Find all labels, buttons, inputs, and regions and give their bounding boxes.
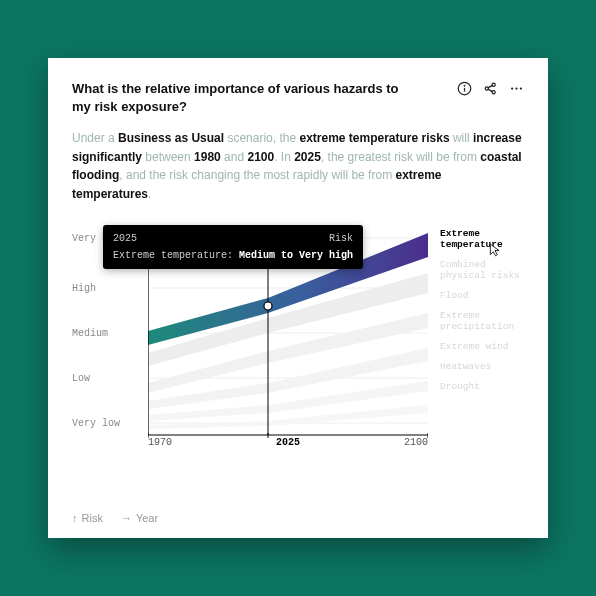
card: What is the relative importance of vario… bbox=[48, 58, 548, 538]
legend-item[interactable]: Extreme wind bbox=[440, 342, 532, 353]
desc-emph: 2100 bbox=[247, 150, 274, 164]
description: Under a Business as Usual scenario, the … bbox=[72, 129, 524, 203]
tooltip: 2025 Risk Extreme temperature: Medium to… bbox=[103, 225, 363, 269]
desc-text: , the greatest risk will be from bbox=[321, 150, 480, 164]
x-axis-hint: →Year bbox=[121, 512, 158, 524]
svg-point-8 bbox=[511, 87, 513, 89]
x-tick: 1970 bbox=[148, 437, 172, 448]
legend: Extreme temperature Combined physical ri… bbox=[440, 229, 532, 401]
x-axis-hint-label: Year bbox=[136, 512, 158, 524]
y-tick: Medium bbox=[72, 328, 108, 339]
x-axis-labels: 1970 2025 2100 bbox=[148, 437, 428, 448]
legend-item-extreme-temperature[interactable]: Extreme temperature bbox=[440, 229, 532, 251]
info-icon[interactable] bbox=[456, 80, 472, 96]
share-icon[interactable] bbox=[482, 80, 498, 96]
y-tick: Low bbox=[72, 373, 90, 384]
tooltip-measure: Risk bbox=[329, 233, 353, 244]
desc-emph: 2025 bbox=[294, 150, 321, 164]
desc-text: . bbox=[148, 187, 151, 201]
arrow-right-icon: → bbox=[121, 512, 132, 524]
desc-text: . In bbox=[274, 150, 294, 164]
svg-point-10 bbox=[519, 87, 521, 89]
page-title: What is the relative importance of vario… bbox=[72, 80, 456, 115]
desc-emph: 1980 bbox=[194, 150, 221, 164]
more-icon[interactable] bbox=[508, 80, 524, 96]
tooltip-series-label: Extreme temperature: bbox=[113, 250, 233, 261]
arrow-up-icon: ↑ bbox=[72, 512, 78, 524]
svg-line-7 bbox=[488, 89, 492, 92]
svg-point-9 bbox=[515, 87, 517, 89]
desc-emph: Business as Usual bbox=[118, 131, 224, 145]
legend-item[interactable]: Extreme precipitation bbox=[440, 311, 532, 333]
tooltip-year: 2025 bbox=[113, 233, 137, 244]
y-tick: Very low bbox=[72, 418, 120, 429]
legend-item[interactable]: Drought bbox=[440, 382, 532, 393]
plot-area[interactable]: 2025 Risk Extreme temperature: Medium to… bbox=[148, 233, 428, 433]
svg-point-22 bbox=[264, 302, 272, 310]
svg-line-6 bbox=[488, 85, 492, 88]
desc-text: Under a bbox=[72, 131, 118, 145]
y-tick: High bbox=[72, 283, 96, 294]
desc-emph: extreme temperature risks bbox=[299, 131, 449, 145]
header: What is the relative importance of vario… bbox=[72, 80, 524, 115]
legend-item[interactable]: Heatwaves bbox=[440, 362, 532, 373]
svg-point-2 bbox=[464, 85, 465, 86]
x-tick: 2100 bbox=[404, 437, 428, 448]
axis-hints: ↑Risk →Year bbox=[72, 512, 158, 524]
desc-text: between bbox=[142, 150, 194, 164]
desc-text: will bbox=[450, 131, 473, 145]
x-tick-selected: 2025 bbox=[276, 437, 300, 448]
y-axis-hint-label: Risk bbox=[82, 512, 103, 524]
y-axis-hint: ↑Risk bbox=[72, 512, 103, 524]
cursor-icon bbox=[488, 243, 502, 260]
legend-item[interactable]: Flood bbox=[440, 291, 532, 302]
desc-text: scenario, the bbox=[224, 131, 299, 145]
desc-text: , and the risk changing the most rapidly… bbox=[119, 168, 395, 182]
legend-item[interactable]: Combined physical risks bbox=[440, 260, 532, 282]
desc-text: and bbox=[221, 150, 248, 164]
chart: Very high High Medium Low Very low bbox=[72, 227, 524, 477]
tooltip-value: Medium to Very high bbox=[239, 250, 353, 261]
header-actions bbox=[456, 80, 524, 96]
